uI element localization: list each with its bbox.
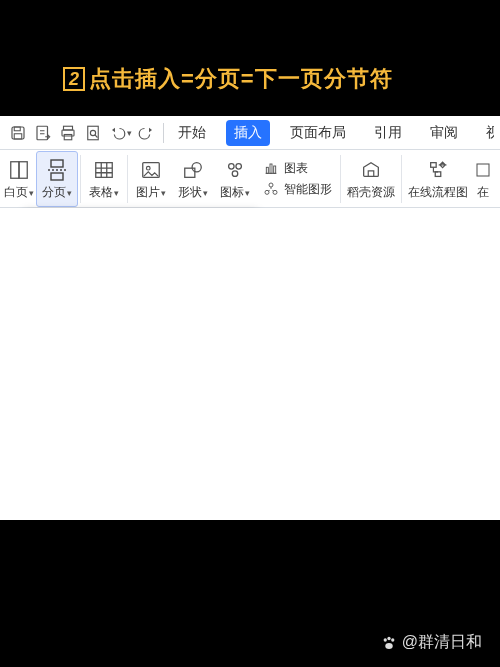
svg-point-20 bbox=[232, 171, 238, 177]
app-window: ▾ 开始 插入 页面布局 引用 审阅 视 白页▾ 分页▾ bbox=[0, 116, 500, 520]
chevron-down-icon: ▾ bbox=[245, 188, 250, 198]
svg-point-24 bbox=[269, 183, 273, 187]
cutoff-icon bbox=[474, 156, 492, 184]
tab-view[interactable]: 视 bbox=[478, 120, 494, 146]
svg-rect-9 bbox=[11, 162, 19, 179]
icon-button[interactable]: 图标▾ bbox=[214, 151, 256, 207]
svg-rect-21 bbox=[266, 167, 268, 173]
shape-label: 形状 bbox=[178, 184, 202, 201]
ribbon-divider bbox=[401, 155, 402, 203]
qat-separator bbox=[163, 123, 164, 143]
ribbon-divider bbox=[80, 155, 81, 203]
svg-rect-22 bbox=[270, 164, 272, 173]
picture-label: 图片 bbox=[136, 184, 160, 201]
chart-icon bbox=[262, 160, 280, 176]
svg-rect-12 bbox=[51, 173, 63, 180]
print-icon[interactable] bbox=[56, 120, 79, 146]
watermark-text: @群清日和 bbox=[402, 632, 482, 653]
svg-rect-13 bbox=[96, 163, 113, 178]
ribbon-divider bbox=[340, 155, 341, 203]
smartart-icon bbox=[262, 181, 280, 197]
ribbon-divider bbox=[127, 155, 128, 203]
chart-button[interactable]: 图表 bbox=[262, 160, 308, 177]
step-number-box: 2 bbox=[63, 67, 85, 91]
svg-point-42 bbox=[385, 643, 393, 649]
svg-rect-2 bbox=[14, 133, 22, 138]
icon-label: 图标 bbox=[220, 184, 244, 201]
chevron-down-icon: ▾ bbox=[29, 188, 34, 198]
cutoff-button[interactable]: 在 bbox=[472, 151, 494, 207]
flowchart-icon bbox=[425, 156, 451, 184]
redo-icon[interactable] bbox=[134, 120, 157, 146]
page-break-button[interactable]: 分页▾ bbox=[36, 151, 78, 207]
tab-start[interactable]: 开始 bbox=[170, 120, 214, 146]
svg-rect-23 bbox=[274, 166, 276, 173]
blank-page-button[interactable]: 白页▾ bbox=[2, 151, 36, 207]
svg-rect-11 bbox=[51, 160, 63, 167]
flowchart-label: 在线流程图 bbox=[408, 184, 468, 201]
tab-insert[interactable]: 插入 bbox=[226, 120, 270, 146]
watermark: @群清日和 bbox=[380, 632, 482, 653]
svg-rect-3 bbox=[37, 126, 48, 140]
ribbon-insert: 白页▾ 分页▾ 表格▾ 图片▾ 形状▾ bbox=[0, 150, 500, 208]
shape-icon bbox=[181, 156, 205, 184]
picture-button[interactable]: 图片▾ bbox=[130, 151, 172, 207]
chart-label: 图表 bbox=[284, 160, 308, 177]
table-icon bbox=[92, 156, 116, 184]
chevron-down-icon: ▾ bbox=[67, 188, 72, 198]
svg-rect-27 bbox=[431, 163, 437, 168]
flowchart-button[interactable]: 在线流程图 bbox=[404, 151, 472, 207]
table-button[interactable]: 表格▾ bbox=[83, 151, 125, 207]
smartart-button[interactable]: 智能图形 bbox=[262, 181, 332, 198]
svg-point-17 bbox=[192, 163, 201, 172]
chevron-down-icon: ▾ bbox=[161, 188, 166, 198]
page-break-label: 分页 bbox=[42, 184, 66, 201]
chart-smartart-group: 图表 智能图形 bbox=[256, 151, 338, 207]
chevron-down-icon: ▾ bbox=[203, 188, 208, 198]
save-icon[interactable] bbox=[6, 120, 29, 146]
svg-point-40 bbox=[387, 636, 390, 639]
svg-point-8 bbox=[90, 130, 95, 135]
svg-rect-28 bbox=[435, 172, 441, 177]
tab-layout[interactable]: 页面布局 bbox=[282, 120, 354, 146]
cutoff-label: 在 bbox=[477, 184, 489, 201]
tab-review[interactable]: 审阅 bbox=[422, 120, 466, 146]
svg-rect-10 bbox=[19, 162, 27, 179]
picture-icon bbox=[139, 156, 163, 184]
instruction-caption: 2 点击插入=分页=下一页分节符 bbox=[63, 64, 393, 94]
export-icon[interactable] bbox=[31, 120, 54, 146]
svg-point-19 bbox=[236, 164, 242, 170]
tab-reference[interactable]: 引用 bbox=[366, 120, 410, 146]
svg-rect-29 bbox=[477, 164, 489, 176]
document-area bbox=[0, 208, 500, 520]
svg-rect-7 bbox=[87, 126, 98, 140]
chevron-down-icon: ▾ bbox=[114, 188, 119, 198]
blank-page-label: 白页 bbox=[4, 184, 28, 201]
paw-icon bbox=[380, 634, 398, 652]
undo-icon[interactable] bbox=[106, 120, 129, 146]
undo-dropdown-icon[interactable]: ▾ bbox=[127, 128, 132, 138]
svg-point-41 bbox=[391, 638, 394, 641]
svg-rect-6 bbox=[64, 134, 72, 139]
blank-page-icon bbox=[8, 156, 30, 184]
assets-label: 稻壳资源 bbox=[347, 184, 395, 201]
smartart-label: 智能图形 bbox=[284, 181, 332, 198]
page-break-icon bbox=[45, 156, 69, 184]
svg-point-15 bbox=[146, 166, 150, 170]
svg-point-39 bbox=[383, 638, 386, 641]
assets-icon bbox=[359, 156, 383, 184]
title-bar: ▾ 开始 插入 页面布局 引用 审阅 视 bbox=[0, 116, 500, 150]
table-label: 表格 bbox=[89, 184, 113, 201]
svg-point-18 bbox=[229, 164, 235, 170]
preview-icon[interactable] bbox=[81, 120, 104, 146]
ribbon-tabs: 开始 插入 页面布局 引用 审阅 视 bbox=[170, 120, 494, 146]
assets-button[interactable]: 稻壳资源 bbox=[343, 151, 399, 207]
shape-button[interactable]: 形状▾ bbox=[172, 151, 214, 207]
icon-gallery-icon bbox=[223, 156, 247, 184]
caption-text: 点击插入=分页=下一页分节符 bbox=[89, 64, 393, 94]
